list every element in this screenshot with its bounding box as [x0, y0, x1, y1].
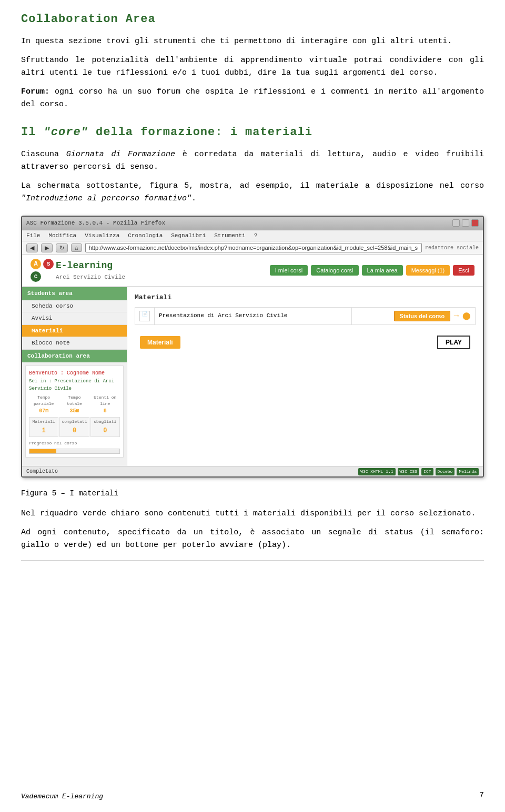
catalogo-btn[interactable]: Catalogo corsi [311, 265, 358, 276]
maximize-btn[interactable] [462, 219, 469, 227]
progress-bar [29, 449, 56, 453]
app-nav: I miei corsi Catalogo corsi La mia area … [270, 265, 474, 276]
menu-help[interactable]: ? [254, 231, 258, 240]
ict-badge: ICT [421, 468, 433, 475]
home-button[interactable]: ⌂ [71, 243, 82, 252]
content-area: Materiali 📄 Presentazione di Arci Serviz… [127, 287, 483, 466]
page-container: Collaboration Area In questa sezione tro… [0, 0, 505, 812]
logo-elearning: E-learning [56, 259, 125, 273]
titlebar-buttons [452, 219, 479, 227]
status-text: Completato [26, 468, 58, 475]
browser-titlebar: ASC Formazione 3.5.0.4 - Mozilla Firefox [22, 217, 483, 230]
melinda-badge: Melinda [457, 468, 479, 475]
status-del-corso-button[interactable]: Status del corso [394, 311, 451, 321]
search-label: redattore sociale [425, 244, 479, 252]
sidebar-materiali[interactable]: Materiali [22, 325, 127, 338]
forum-paragraph: Forum: ogni corso ha un suo forum che os… [21, 86, 484, 111]
time-stats: Tempo parziale 07m Tempo totale 35m Uten… [29, 394, 120, 415]
footer-divider [21, 560, 484, 561]
w3c-badges: W3C XHTML 1.1 W3C CSS ICT Docebo Melinda [358, 468, 479, 475]
miei-corsi-btn[interactable]: I miei corsi [270, 265, 308, 276]
app-header: A C S E-learning Arci Servizio Civile I … [22, 255, 483, 287]
progresso-label: Progresso nel corso [29, 440, 120, 446]
mia-area-btn[interactable]: La mia area [362, 265, 403, 276]
page-number: 7 [479, 790, 484, 802]
circle-icon: ⬤ [462, 312, 471, 320]
browser-window: ASC Formazione 3.5.0.4 - Mozilla Firefox… [21, 216, 484, 478]
docebo-badge: Docebo [436, 468, 455, 475]
page-title: Collaboration Area [21, 11, 484, 28]
tempo-totale-cell: Tempo totale 35m [59, 394, 89, 415]
play-button[interactable]: PLAY [437, 336, 470, 349]
status-btn-cell: Status del corso → ⬤ [352, 307, 476, 324]
utenti-online-cell: Utenti on line 8 [90, 394, 120, 415]
esci-btn[interactable]: Esci [453, 265, 474, 276]
menu-strumenti[interactable]: Strumenti [214, 231, 245, 240]
intro-paragraph: In questa sezione trovi gli strumenti ch… [21, 35, 484, 48]
action-row: Materiali PLAY [135, 336, 476, 349]
section2-heading: Il "core" della formazione: i materiali [21, 124, 484, 141]
app-logo: A C S E-learning Arci Servizio Civile [31, 259, 125, 282]
messaggi-btn[interactable]: Messaggi (1) [406, 265, 450, 276]
main-layout: Students area Scheda corso Avvisi Materi… [22, 287, 483, 466]
content-title: Materiali [135, 292, 476, 303]
students-area-title: Students area [22, 287, 127, 300]
completati-stat: completati 0 [59, 417, 89, 437]
browser-content: A C S E-learning Arci Servizio Civile I … [22, 255, 483, 476]
menu-segnalibri[interactable]: Segnalibri [171, 231, 206, 240]
progress-bar-container [29, 449, 120, 454]
menu-cronologia[interactable]: Cronologia [128, 231, 163, 240]
collaboration-section: Collaboration area [22, 350, 127, 363]
css-badge: W3C CSS [398, 468, 420, 475]
figure-caption: Figura 5 – I materiali [21, 488, 484, 499]
materiali-stat: Materiali 1 [29, 417, 58, 437]
collaboration-title: Collaboration area [22, 350, 127, 363]
file-icon-cell: 📄 [135, 307, 155, 324]
students-area-section: Students area Scheda corso Avvisi Materi… [22, 287, 127, 350]
file-name-cell: Presentazione di Arci Servizio Civile [155, 307, 352, 324]
forward-button[interactable]: ▶ [41, 243, 53, 252]
close-btn[interactable] [471, 219, 479, 227]
user-info-box: Benvenuto : Cognome Nome Sei in : Presen… [25, 366, 124, 458]
browser-menubar: File Modifica Visualizza Cronologia Segn… [22, 230, 483, 242]
completion-stats: Materiali 1 completati 0 sbagliati 0 [29, 417, 120, 437]
materials-table: 📄 Presentazione di Arci Servizio Civile … [135, 307, 476, 325]
schermata-paragraph: La schermata sottostante, figura 5, most… [21, 180, 484, 205]
back-button[interactable]: ◀ [26, 243, 38, 252]
browser-title: ASC Formazione 3.5.0.4 - Mozilla Firefox [26, 219, 165, 228]
footer-text: Vademecum E-learning [21, 791, 103, 802]
page-footer: Vademecum E-learning 7 [21, 790, 484, 802]
sidebar-blocco-note[interactable]: Blocco note [22, 337, 127, 350]
minimize-btn[interactable] [452, 219, 460, 227]
ciascuna-paragraph: Ciascuna Giornata di Formazione è corred… [21, 148, 484, 174]
menu-visualizza[interactable]: Visualizza [85, 231, 119, 240]
xhtml-badge: W3C XHTML 1.1 [358, 468, 395, 475]
logo-subtitle: Arci Servizio Civile [56, 273, 125, 282]
nel-riquadro-paragraph: Nel riquadro verde chiaro sono contenuti… [21, 508, 484, 520]
sidebar-avvisi[interactable]: Avvisi [22, 312, 127, 325]
menu-modifica[interactable]: Modifica [48, 231, 76, 240]
browser-toolbar: ◀ ▶ ↻ ⌂ redattore sociale [22, 241, 483, 255]
forum-label: Forum: [21, 87, 49, 96]
ad-ogni-paragraph: Ad ogni contenuto, specificato da un tit… [21, 526, 484, 552]
menu-file[interactable]: File [26, 231, 40, 240]
sidebar: Students area Scheda corso Avvisi Materi… [22, 287, 127, 466]
tempo-parziale-cell: Tempo parziale 07m [29, 394, 58, 415]
browser-statusbar: Completato W3C XHTML 1.1 W3C CSS ICT Doc… [22, 466, 483, 476]
file-icon: 📄 [139, 311, 150, 321]
sfruttando-paragraph: Sfruttando le potenzialità dell'ambiente… [21, 54, 484, 79]
address-bar[interactable] [85, 243, 422, 252]
arrow-right-icon: → [454, 311, 459, 321]
file-name: Presentazione di Arci Servizio Civile [159, 312, 287, 319]
sidebar-scheda-corso[interactable]: Scheda corso [22, 300, 127, 313]
reload-button[interactable]: ↻ [56, 243, 68, 252]
materiali-button[interactable]: Materiali [140, 336, 180, 349]
user-name: Benvenuto : Cognome Nome [29, 369, 120, 377]
sei-in: Sei in : Presentazione di Arci Servizio … [29, 378, 120, 392]
sbagliati-stat: sbagliati 0 [90, 417, 120, 437]
table-row: 📄 Presentazione di Arci Servizio Civile … [135, 307, 476, 324]
